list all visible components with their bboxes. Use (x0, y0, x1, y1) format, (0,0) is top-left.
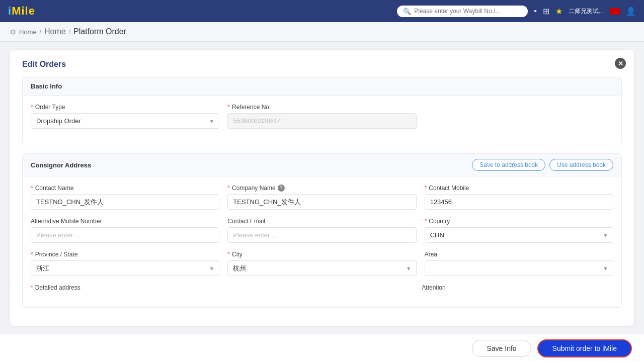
logo-mile: Mile (12, 5, 35, 17)
flag-icon (610, 8, 620, 15)
order-type-group: * Order Type Dropship Order ▼ (31, 104, 219, 129)
city-label: * City (227, 251, 416, 258)
save-info-button[interactable]: Save Info (472, 340, 531, 357)
spacer-group (425, 104, 613, 129)
attention-label: Attention (422, 284, 613, 291)
area-label: Area (425, 251, 613, 258)
consignor-header: Consignor Address Save to address book U… (23, 154, 621, 176)
city-required: * (227, 251, 230, 258)
order-type-select-wrapper[interactable]: Dropship Order ▼ (31, 113, 219, 129)
star-icon: ★ (555, 7, 562, 16)
search-input[interactable] (414, 8, 522, 15)
contact-mobile-label: * Contact Mobile (425, 185, 613, 192)
area-select[interactable] (425, 260, 613, 276)
contact-mobile-label-text: Contact Mobile (429, 185, 469, 192)
close-button[interactable]: ✕ (615, 58, 626, 69)
user-icon[interactable]: 👤 (626, 7, 636, 16)
city-select[interactable]: 杭州 (227, 260, 416, 276)
company-name-label: * Company Name ? (227, 185, 416, 192)
user-name[interactable]: 二师兄测试... (569, 7, 604, 16)
contact-email-group: Contact Email (227, 218, 416, 243)
breadcrumb: ⊙ Home / Home / Platform Order (0, 22, 644, 42)
consignor-row-2: Alternative Mobile Number Contact Email … (31, 218, 613, 243)
contact-mobile-input[interactable] (425, 194, 613, 210)
basic-info-section: Basic Info * Order Type Dropship Order ▼ (22, 77, 622, 145)
use-address-button[interactable]: Use address book (549, 159, 613, 171)
search-bar[interactable]: 🔍 (397, 6, 528, 17)
alt-mobile-label: Alternative Mobile Number (31, 218, 219, 225)
consignor-row-4: * Detailed address Attention (31, 284, 613, 291)
breadcrumb-home-link[interactable]: Home (44, 27, 66, 36)
breadcrumb-separator2: / (69, 28, 70, 35)
country-select[interactable]: CHN (425, 227, 613, 243)
province-group: * Province / State 浙江 ▼ (31, 251, 219, 276)
submit-order-button[interactable]: Submit order to iMile (537, 339, 632, 357)
main-content: Edit Orders ✕ Basic Info * Order Type Dr… (0, 42, 644, 361)
contact-name-input[interactable] (31, 194, 219, 210)
contact-name-required: * (31, 185, 33, 192)
consignor-action-buttons: Save to address book Use address book (472, 159, 613, 171)
basic-info-row: * Order Type Dropship Order ▼ * (31, 104, 613, 129)
city-group: * City 杭州 ▼ (227, 251, 416, 276)
attention-group: Attention (422, 284, 613, 291)
edit-orders-title: Edit Orders (22, 60, 622, 69)
contact-name-group: * Contact Name (31, 185, 219, 210)
consignor-section: Consignor Address Save to address book U… (22, 153, 622, 308)
edit-orders-card: Edit Orders ✕ Basic Info * Order Type Dr… (10, 50, 634, 326)
detailed-address-label-text: Detailed address (35, 284, 80, 291)
reference-no-label: * Reference No. (227, 104, 416, 111)
attention-label-text: Attention (422, 284, 445, 291)
consignor-row-1: * Contact Name * Company Name ? (31, 185, 613, 210)
company-name-help-icon[interactable]: ? (278, 185, 285, 192)
company-name-required: * (227, 185, 230, 192)
breadcrumb-current: Platform Order (73, 27, 126, 36)
breadcrumb-home[interactable]: ⊙ Home (10, 28, 37, 36)
contact-name-label-text: Contact Name (35, 185, 74, 192)
save-address-button[interactable]: Save to address book (472, 159, 545, 171)
breadcrumb-separator: / (40, 28, 41, 35)
order-type-required: * (31, 104, 33, 111)
contact-email-input[interactable] (227, 227, 416, 243)
alt-mobile-label-text: Alternative Mobile Number (31, 218, 102, 225)
detailed-address-group: * Detailed address (31, 284, 414, 291)
contact-mobile-required: * (425, 185, 427, 192)
reference-no-label-text: Reference No. (232, 104, 271, 111)
city-select-wrapper[interactable]: 杭州 ▼ (227, 260, 416, 276)
grid-icon[interactable]: ⊞ (543, 7, 549, 16)
province-select-wrapper[interactable]: 浙江 ▼ (31, 260, 219, 276)
reference-no-required: * (227, 104, 230, 111)
area-select-wrapper[interactable]: ▼ (425, 260, 613, 276)
order-type-label: * Order Type (31, 104, 219, 111)
company-name-group: * Company Name ? (227, 185, 416, 210)
basic-info-header: Basic Info (23, 77, 621, 96)
detailed-address-label: * Detailed address (31, 284, 414, 291)
notification-icon[interactable]: ▪ (534, 7, 537, 16)
company-name-input[interactable] (227, 194, 416, 210)
company-name-label-text: Company Name (232, 185, 276, 192)
province-select[interactable]: 浙江 (31, 260, 219, 276)
contact-name-label: * Contact Name (31, 185, 219, 192)
contact-mobile-group: * Contact Mobile (425, 185, 613, 210)
home-icon: ⊙ (10, 28, 16, 36)
country-group: * Country CHN ▼ (425, 218, 613, 243)
consignor-body: * Contact Name * Company Name ? (23, 176, 621, 307)
basic-info-body: * Order Type Dropship Order ▼ * (23, 96, 621, 145)
consignor-row-3: * Province / State 浙江 ▼ * (31, 251, 613, 276)
breadcrumb-home-label[interactable]: Home (19, 28, 37, 36)
contact-email-label: Contact Email (227, 218, 416, 225)
area-group: Area ▼ (425, 251, 613, 276)
province-label-text: Province / State (35, 251, 78, 258)
order-type-label-text: Order Type (35, 104, 65, 111)
contact-email-label-text: Contact Email (227, 218, 265, 225)
order-type-select[interactable]: Dropship Order (31, 113, 219, 129)
detailed-address-required: * (31, 284, 33, 291)
logo: iMile (8, 5, 35, 18)
area-label-text: Area (425, 251, 437, 258)
reference-no-input[interactable] (227, 113, 416, 129)
province-required: * (31, 251, 33, 258)
alt-mobile-input[interactable] (31, 227, 219, 243)
province-label: * Province / State (31, 251, 219, 258)
alt-mobile-group: Alternative Mobile Number (31, 218, 219, 243)
country-required: * (425, 218, 427, 225)
country-select-wrapper[interactable]: CHN ▼ (425, 227, 613, 243)
